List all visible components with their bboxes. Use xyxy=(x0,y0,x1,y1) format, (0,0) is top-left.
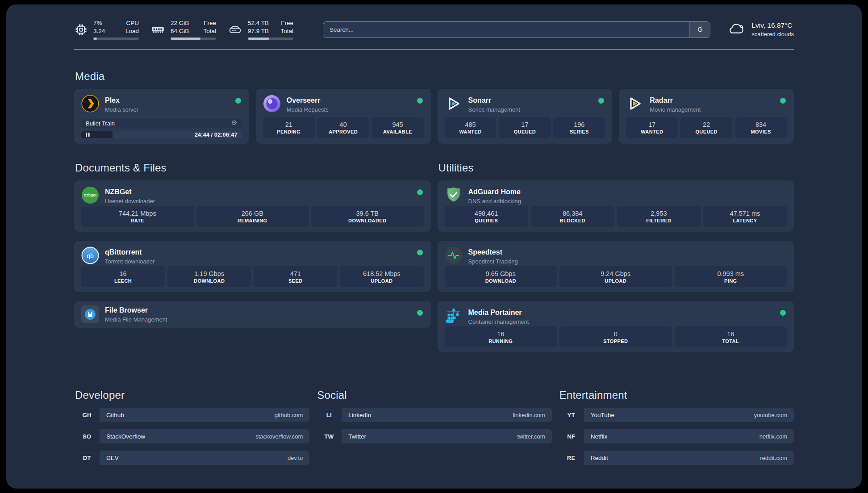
stat-remaining: 266 GBREMAINING xyxy=(196,206,309,227)
app-card-sonarr[interactable]: Sonarr Series management 485WANTED 17QUE… xyxy=(438,89,613,144)
ram-progress-fill xyxy=(171,38,200,40)
link-stackoverflow[interactable]: SO StackOverflowstackoverflow.com xyxy=(74,429,309,443)
portainer-crane-icon xyxy=(445,307,463,326)
link-url: twitter.com xyxy=(517,433,545,440)
link-youtube[interactable]: YT YouTubeyoutube.com xyxy=(559,408,794,422)
stat-queued: 17QUEUED xyxy=(499,117,551,138)
link-abbr: NF xyxy=(559,429,584,443)
social-links-column: Social LI LinkedInlinkedin.com TW Twitte… xyxy=(316,389,551,472)
link-url: netflix.com xyxy=(760,433,787,440)
search-engine-button[interactable]: G xyxy=(689,22,710,38)
section-title-entertainment: Entertainment xyxy=(559,389,794,401)
entertainment-links-column: Entertainment YT YouTubeyoutube.com NF N… xyxy=(559,389,794,472)
cpu-load-value: 3.24 xyxy=(93,27,105,35)
stat-total: 16TOTAL xyxy=(675,326,787,347)
overseerr-icon xyxy=(263,95,281,114)
search-input[interactable] xyxy=(323,26,689,33)
weather-location-temp: Lviv, 16.87°C xyxy=(751,21,794,29)
link-twitter[interactable]: TW Twittertwitter.com xyxy=(316,429,551,443)
app-card-qbittorrent[interactable]: qb qBittorrent Torrent downloader 16LEEC… xyxy=(74,241,431,292)
ram-free-label: Free xyxy=(203,19,216,27)
link-name: Github xyxy=(106,412,124,418)
weather-widget: Lviv, 16.87°C scattered clouds xyxy=(727,21,794,38)
nzbget-icon: nzbget xyxy=(81,186,99,206)
disk-free-value: 52.4 TB xyxy=(248,19,269,27)
link-netflix[interactable]: NF Netflixnetflix.com xyxy=(559,429,794,443)
app-desc-qbittorrent: Torrent downloader xyxy=(105,258,154,265)
app-card-filebrowser[interactable]: File Browser Media File Management xyxy=(74,301,431,328)
link-name: Netflix xyxy=(591,433,608,440)
app-card-portainer[interactable]: Media Portainer Container management 16R… xyxy=(438,301,794,352)
adguard-shield-icon xyxy=(445,186,463,206)
gear-icon[interactable] xyxy=(231,119,238,128)
stat-wanted: 17WANTED xyxy=(626,117,678,138)
link-reddit[interactable]: RE Redditreddit.com xyxy=(559,451,794,465)
cpu-load-label: Load xyxy=(125,27,139,35)
status-dot-qbittorrent xyxy=(417,250,423,255)
ram-free-value: 22 GiB xyxy=(171,19,189,27)
app-card-radarr[interactable]: Radarr Movie management 17WANTED 22QUEUE… xyxy=(619,89,794,144)
search-bar: G xyxy=(323,21,710,38)
cpu-usage-value: 7% xyxy=(93,19,105,27)
speedtest-pulse-icon xyxy=(445,246,463,266)
app-desc-plex: Media server xyxy=(105,106,138,113)
link-abbr: GH xyxy=(74,408,100,422)
stat-download: 1.19 GbpsDOWNLOAD xyxy=(167,266,251,287)
stat-stopped: 0STOPPED xyxy=(559,326,672,347)
stat-rate: 744.21 MbpsRATE xyxy=(81,206,194,227)
link-abbr: RE xyxy=(559,451,584,465)
weather-condition: scattered clouds xyxy=(751,31,794,38)
link-name: Twitter xyxy=(348,433,366,440)
svg-text:qb: qb xyxy=(87,252,94,259)
app-name-speedtest: Speedtest xyxy=(468,248,518,256)
link-name: DEV xyxy=(106,455,119,461)
link-abbr: TW xyxy=(316,429,342,443)
app-card-nzbget[interactable]: nzbget NZBGet Usenet downloader 744.21 M… xyxy=(74,180,431,232)
disk-icon xyxy=(228,22,242,37)
link-url: linkedin.com xyxy=(513,412,545,418)
playback-elapsed-fill xyxy=(81,131,113,138)
ram-total-label: Total xyxy=(203,27,216,35)
status-dot-portainer xyxy=(780,310,786,316)
stat-pending: 21PENDING xyxy=(263,117,315,138)
stat-ping: 0.993 msPING xyxy=(675,266,787,287)
stat-series: 196SERIES xyxy=(553,117,605,138)
app-card-overseerr[interactable]: Overseerr Media Requests 21PENDING 40APP… xyxy=(256,89,431,144)
stat-movies: 834MOVIES xyxy=(735,117,787,138)
link-abbr: YT xyxy=(559,408,584,422)
stat-wanted: 485WANTED xyxy=(445,117,497,138)
disk-free-label: Free xyxy=(280,19,293,27)
ram-total-value: 64 GiB xyxy=(171,27,189,35)
status-dot-nzbget xyxy=(417,189,423,195)
cpu-progress-fill xyxy=(93,38,97,40)
stat-filtered: 2,953FILTERED xyxy=(617,206,701,227)
disk-total-label: Total xyxy=(280,27,293,35)
app-desc-portainer: Container management xyxy=(468,318,529,325)
svg-text:nzbget: nzbget xyxy=(84,192,97,197)
cpu-metric: 7%3.24 CPULoad xyxy=(74,19,139,39)
filebrowser-icon xyxy=(81,305,99,323)
link-github[interactable]: GH Githubgithub.com xyxy=(74,408,309,422)
app-name-plex: Plex xyxy=(105,96,138,104)
radarr-icon xyxy=(626,95,644,114)
header-divider xyxy=(74,49,794,50)
app-desc-adguard: DNS and adblocking xyxy=(468,198,522,205)
app-card-speedtest[interactable]: Speedtest Speedtest Tracking 9.65 GbpsDO… xyxy=(438,241,794,292)
developer-links-column: Developer GH Githubgithub.com SO StackOv… xyxy=(74,389,309,472)
disk-progress-fill xyxy=(248,38,269,40)
link-linkedin[interactable]: LI LinkedInlinkedin.com xyxy=(316,408,551,422)
app-card-adguard[interactable]: AdGuard Home DNS and adblocking 498,461Q… xyxy=(438,180,794,232)
link-dev-to[interactable]: DT DEVdev.to xyxy=(74,451,309,465)
app-card-plex[interactable]: Plex Media server Bullet Train xyxy=(74,89,249,144)
link-url: dev.to xyxy=(288,455,303,461)
stat-upload: 9.24 GbpsUPLOAD xyxy=(559,266,672,287)
cloud-icon xyxy=(727,22,746,38)
status-dot-overseerr xyxy=(417,98,423,104)
now-playing-strip: Bullet Train xyxy=(81,119,242,128)
stat-upload: 618.52 MbpsUPLOAD xyxy=(340,266,423,287)
stat-approved: 40APPROVED xyxy=(317,117,369,138)
app-desc-overseerr: Media Requests xyxy=(287,106,329,113)
app-name-sonarr: Sonarr xyxy=(468,96,520,104)
app-desc-nzbget: Usenet downloader xyxy=(105,198,155,205)
app-name-radarr: Radarr xyxy=(650,96,701,104)
